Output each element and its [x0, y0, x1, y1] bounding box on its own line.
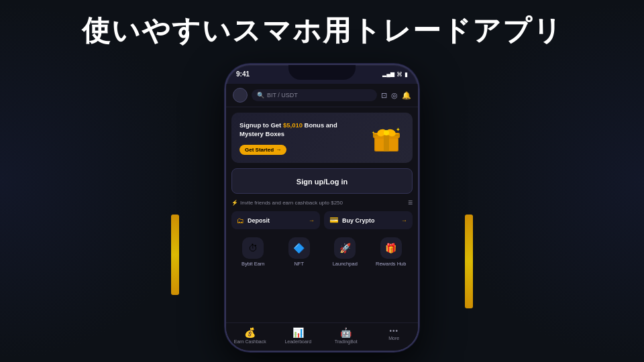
- banner-cta-arrow: →: [276, 147, 281, 153]
- nav-earn-cashback[interactable]: 💰 Earn Cashback: [226, 327, 274, 344]
- nft-icon: 🔷: [293, 243, 305, 253]
- bell-icon[interactable]: 🔔: [402, 91, 411, 100]
- gift-svg: ✦ ✦: [369, 119, 404, 154]
- phone-mockup: 9:41 ▂▄▆ ⌘ ▮ 🔍 BIT / USDT ⊡ ◎ 🔔: [225, 64, 419, 352]
- banner-text: Signup to Get $5,010 Bonus and Mystery B…: [239, 121, 369, 156]
- deposit-label: Deposit: [248, 217, 270, 224]
- bg-accent-right: [443, 0, 644, 362]
- status-icons: ▂▄▆ ⌘ ▮: [382, 71, 408, 78]
- banner-text-after: Bonus and: [303, 121, 337, 129]
- battery-icon: ▮: [405, 71, 408, 78]
- user-avatar[interactable]: [233, 88, 248, 103]
- banner-title: Signup to Get $5,010 Bonus and Mystery B…: [239, 121, 369, 139]
- menu-icon[interactable]: ≡: [408, 198, 413, 207]
- banner-highlight: $5,010: [283, 121, 303, 129]
- search-icon: 🔍: [257, 92, 264, 99]
- buy-crypto-button[interactable]: 💳 Buy Crypto →: [324, 211, 413, 229]
- banner-gift-icon: ✦ ✦: [369, 119, 406, 156]
- bybit-earn-icon: ⏱: [248, 243, 258, 253]
- phone-frame: 9:41 ▂▄▆ ⌘ ▮ 🔍 BIT / USDT ⊡ ◎ 🔔: [225, 64, 419, 352]
- search-actions: ⊡ ◎ 🔔: [381, 91, 411, 100]
- more-icon: •••: [389, 327, 398, 335]
- nft-label: NFT: [294, 261, 304, 267]
- search-input-area[interactable]: 🔍 BIT / USDT: [252, 89, 377, 101]
- search-placeholder: BIT / USDT: [267, 92, 298, 99]
- banner-text-before: Signup to Get: [239, 121, 283, 129]
- tradingbot-label: TradingBot: [335, 339, 358, 344]
- buy-crypto-label: Buy Crypto: [342, 217, 375, 224]
- launchpad-icon: 🚀: [339, 243, 351, 253]
- promo-banner: Signup to Get $5,010 Bonus and Mystery B…: [231, 113, 413, 163]
- earn-cashback-label: Earn Cashback: [234, 339, 266, 344]
- status-time: 9:41: [236, 70, 250, 78]
- signup-button-label: Sign up/Log in: [297, 178, 347, 186]
- rewards-hub-icon-bg: 🎁: [380, 237, 402, 259]
- nav-leaderboard[interactable]: 📊 Leaderboard: [274, 327, 323, 344]
- invite-text: ⚡ Invite friends and earn cashback upto …: [231, 200, 343, 206]
- svg-point-8: [384, 130, 389, 135]
- feature-nft[interactable]: 🔷 NFT: [278, 235, 321, 269]
- buy-crypto-icon: 💳: [329, 216, 339, 225]
- invite-bar: ⚡ Invite friends and earn cashback upto …: [231, 198, 413, 207]
- bybit-earn-icon-bg: ⏱: [242, 237, 264, 259]
- rewards-hub-label: Rewards Hub: [376, 261, 406, 267]
- nav-tradingbot[interactable]: 🤖 TradingBot: [322, 327, 370, 344]
- banner-line3: Mystery Boxes: [239, 130, 284, 137]
- signup-button[interactable]: Sign up/Log in: [231, 168, 413, 194]
- invite-flash-icon: ⚡: [231, 200, 238, 206]
- svg-text:✦: ✦: [396, 127, 400, 133]
- phone-notch: [288, 65, 356, 80]
- main-title: 使いやすいスマホ用トレードアプリ: [0, 12, 644, 50]
- svg-text:✦: ✦: [372, 131, 375, 135]
- tradingbot-icon: 🤖: [340, 327, 352, 338]
- deposit-icon: 🗂: [237, 217, 244, 225]
- launchpad-label: Launchpad: [333, 261, 358, 267]
- feature-launchpad[interactable]: 🚀 Launchpad: [323, 235, 367, 269]
- leaderboard-icon: 📊: [292, 327, 304, 338]
- scan-icon[interactable]: ⊡: [381, 91, 387, 100]
- bybit-earn-label: Bybit Earn: [241, 261, 265, 267]
- earn-cashback-icon: 💰: [244, 327, 256, 338]
- buy-crypto-arrow: →: [401, 217, 407, 224]
- deposit-arrow: →: [309, 217, 315, 224]
- deposit-button[interactable]: 🗂 Deposit →: [231, 211, 320, 229]
- bottom-nav: 💰 Earn Cashback 📊 Leaderboard 🤖 TradingB…: [226, 322, 418, 351]
- signal-icon: ▂▄▆: [382, 71, 394, 77]
- gold-bar-left: [171, 215, 179, 295]
- nav-more[interactable]: ••• More: [370, 327, 419, 344]
- launchpad-icon-bg: 🚀: [334, 237, 356, 259]
- phone-screen: 🔍 BIT / USDT ⊡ ◎ 🔔 Signup to Get $5,010 …: [226, 84, 418, 351]
- feature-grid: ⏱ Bybit Earn 🔷 NFT 🚀 Launchpad: [231, 235, 413, 269]
- action-buttons-row: 🗂 Deposit → 💳 Buy Crypto →: [231, 211, 413, 229]
- gold-bar-right: [465, 215, 473, 308]
- more-label: More: [388, 336, 399, 341]
- banner-cta-label: Get Started: [245, 147, 274, 153]
- invite-message: Invite friends and earn cashback upto $2…: [240, 200, 343, 206]
- feature-rewards-hub[interactable]: 🎁 Rewards Hub: [370, 235, 413, 269]
- banner-cta-button[interactable]: Get Started →: [239, 145, 286, 155]
- leaderboard-label: Leaderboard: [284, 339, 311, 344]
- feature-bybit-earn[interactable]: ⏱ Bybit Earn: [231, 235, 275, 269]
- chart-icon[interactable]: ◎: [391, 91, 398, 100]
- nft-icon-bg: 🔷: [288, 237, 310, 259]
- bg-accent-left: [0, 0, 201, 362]
- wifi-icon: ⌘: [396, 71, 402, 78]
- search-bar: 🔍 BIT / USDT ⊡ ◎ 🔔: [226, 84, 418, 107]
- rewards-hub-icon: 🎁: [385, 243, 396, 253]
